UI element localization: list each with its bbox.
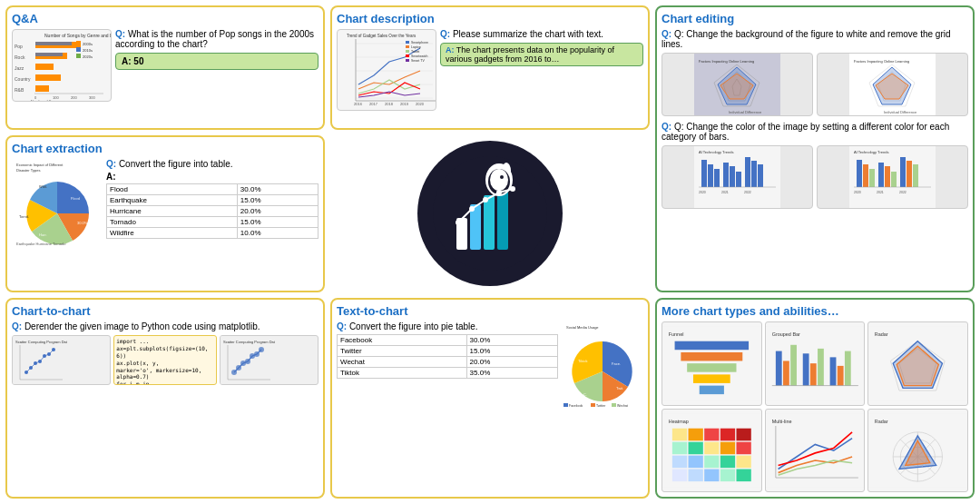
svg-rect-17	[76, 54, 81, 58]
svg-rect-84	[885, 166, 890, 187]
c2c-title: Chart-to-chart	[12, 304, 318, 318]
svg-rect-181	[704, 428, 719, 440]
svg-text:Heatmap: Heatmap	[669, 419, 689, 424]
text-to-chart-section: Text-to-chart Q: Convert the figure into…	[330, 298, 650, 499]
svg-rect-72	[751, 161, 757, 187]
svg-rect-183	[736, 428, 750, 440]
svg-rect-157	[693, 375, 730, 384]
svg-text:2021: 2021	[721, 191, 729, 194]
heatmap-chart: Heatmap	[662, 409, 762, 492]
funnel-chart: Funnel	[662, 321, 762, 405]
value-cell: 15.0%	[237, 216, 318, 227]
svg-rect-85	[891, 172, 897, 187]
svg-text:Earthquake  Hurricane  Tornado: Earthquake Hurricane Tornado	[16, 242, 66, 246]
logo-svg	[431, 154, 549, 272]
value-cell: 10.0%	[237, 227, 318, 238]
svg-text:300: 300	[89, 95, 95, 100]
svg-text:Economic Impact of Different: Economic Impact of Different	[16, 163, 64, 167]
svg-point-115	[496, 190, 502, 195]
svg-text:2017: 2017	[369, 102, 378, 106]
svg-rect-12	[35, 53, 63, 56]
svg-text:2016: 2016	[354, 102, 363, 106]
qa-question: Q: What is the number of Pop songs in th…	[115, 29, 318, 49]
table-row: Facebook30.0%	[338, 335, 558, 346]
svg-text:2020s: 2020s	[83, 54, 93, 59]
value-cell: 15.0%	[237, 194, 318, 205]
svg-text:Number of Songs: Number of Songs	[31, 99, 59, 102]
chart-desc-content: Trend of Gadget Sales Over the Years 201…	[337, 29, 643, 111]
chart-edit-images-row1: Factors Impacting Online Learning Indivi…	[662, 53, 968, 116]
svg-rect-189	[672, 455, 687, 468]
chart-edit-after2: AI Technology Trends 2020 2021 2022	[817, 145, 968, 209]
more-charts-title: More chart types and abilities…	[662, 304, 968, 318]
svg-rect-80	[857, 160, 862, 187]
category-cell: Hurricane	[107, 205, 238, 216]
svg-rect-191	[704, 455, 719, 468]
svg-rect-165	[810, 363, 817, 385]
svg-rect-169	[845, 351, 851, 386]
table-row: Tiktok35.0%	[338, 368, 558, 379]
extract-pie-chart: Economic Impact of Different Disaster Ty…	[12, 159, 103, 250]
svg-rect-82	[869, 169, 875, 187]
category-cell: Earthquake	[107, 194, 238, 205]
svg-text:Grouped Bar: Grouped Bar	[771, 332, 799, 338]
svg-text:Tornd.: Tornd.	[19, 214, 29, 219]
radar-chart-2: Radar	[867, 409, 968, 492]
extract-answer-label: A:	[106, 172, 318, 182]
multi-line-chart: Multi-line	[765, 409, 866, 492]
svg-rect-88	[913, 164, 918, 187]
svg-text:2000s: 2000s	[83, 42, 93, 46]
svg-rect-196	[704, 469, 719, 481]
svg-rect-184	[672, 441, 687, 454]
svg-text:Scatter Computing Program Data: Scatter Computing Program Data	[15, 340, 67, 344]
svg-text:2021: 2021	[877, 191, 884, 194]
svg-text:Multi-line: Multi-line	[771, 419, 791, 424]
svg-rect-11	[35, 42, 72, 45]
grouped-bar-chart: Grouped Bar	[765, 321, 866, 405]
extract-table: Flood30.0%Earthquake15.0%Hurricane20.0%T…	[106, 183, 318, 239]
svg-rect-8	[35, 64, 54, 70]
svg-text:Smartphone: Smartphone	[411, 41, 428, 44]
svg-rect-180	[689, 428, 703, 440]
chart-edit-before2: AI Technology Trends 2020 2021 2022	[662, 145, 813, 209]
svg-rect-104	[484, 195, 495, 250]
value-cell: 35.0%	[466, 368, 557, 379]
svg-rect-192	[720, 455, 735, 468]
svg-rect-144	[564, 403, 568, 407]
svg-rect-197	[720, 469, 735, 481]
t2c-content: Q: Convert the figure into pie table. Fa…	[337, 321, 643, 403]
svg-text:Face.: Face.	[612, 361, 621, 366]
chart-extraction-section: Chart extraction Economic Impact of Diff…	[5, 135, 325, 293]
svg-text:Wechat: Wechat	[617, 404, 628, 408]
svg-rect-148	[612, 403, 616, 407]
chart-edit-images-row2: AI Technology Trends 2020 2021 2022	[662, 145, 968, 209]
platform-cell: Wechat	[338, 357, 467, 368]
chart-to-chart-section: Chart-to-chart Q: Derender the given ima…	[5, 298, 325, 499]
svg-rect-15	[76, 47, 81, 52]
svg-text:Jazz: Jazz	[15, 65, 24, 71]
svg-text:Twitter: Twitter	[596, 404, 606, 408]
svg-rect-70	[736, 172, 741, 187]
t2c-question: Q: Convert the figure into pie table.	[337, 321, 558, 331]
c2c-content: Q: Derender the given image to Python co…	[12, 321, 318, 385]
chart-edit-q2: Q: Q: Change the color of the image by s…	[662, 122, 968, 142]
chart-desc-title: Chart description	[337, 12, 643, 25]
c2c-input-chart: Scatter Computing Program Data	[12, 335, 111, 385]
svg-text:2010s: 2010s	[83, 48, 93, 53]
svg-rect-66	[708, 164, 713, 187]
svg-text:Smart TV: Smart TV	[411, 59, 425, 63]
svg-rect-86	[900, 157, 906, 187]
svg-rect-67	[714, 169, 720, 187]
svg-rect-195	[689, 469, 703, 481]
svg-text:Social Media Usage: Social Media Usage	[566, 325, 599, 330]
svg-text:Trend of Gadget Sales Over the: Trend of Gadget Sales Over the Years	[347, 34, 416, 38]
svg-rect-185	[689, 441, 703, 454]
svg-rect-188	[736, 441, 750, 454]
value-cell: 30.0%	[466, 335, 557, 346]
svg-rect-193	[736, 455, 750, 468]
chart-desc-question: Q: Please summarize the chart with text.	[440, 29, 643, 39]
center-logo-section	[330, 135, 650, 293]
svg-rect-38	[406, 41, 409, 44]
svg-text:2019: 2019	[400, 102, 409, 106]
svg-rect-10	[35, 85, 49, 92]
